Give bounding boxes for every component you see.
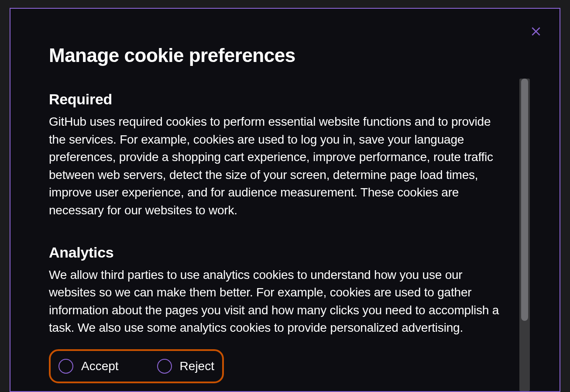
scrollbar-thumb[interactable] (521, 79, 528, 321)
radio-icon (157, 359, 172, 374)
section-heading-required: Required (49, 91, 503, 108)
analytics-radio-group: Accept Reject (49, 349, 224, 383)
radio-label-reject: Reject (180, 359, 214, 373)
section-heading-analytics: Analytics (49, 244, 503, 261)
modal-title: Manage cookie preferences (49, 45, 503, 66)
section-description-analytics: We allow third parties to use analytics … (49, 266, 503, 337)
radio-label-accept: Accept (81, 359, 119, 373)
modal-content: Manage cookie preferences Required GitHu… (10, 9, 560, 383)
close-icon (530, 26, 542, 39)
section-description-required: GitHub uses required cookies to perform … (49, 113, 503, 220)
scrollbar-track[interactable] (519, 79, 530, 391)
radio-option-accept[interactable]: Accept (58, 359, 119, 374)
section-analytics: Analytics We allow third parties to use … (49, 244, 503, 383)
radio-icon (58, 359, 73, 374)
section-required: Required GitHub uses required cookies to… (49, 91, 503, 220)
radio-option-reject[interactable]: Reject (157, 359, 214, 374)
cookie-preferences-modal: Manage cookie preferences Required GitHu… (10, 8, 560, 392)
close-button[interactable] (529, 25, 543, 39)
